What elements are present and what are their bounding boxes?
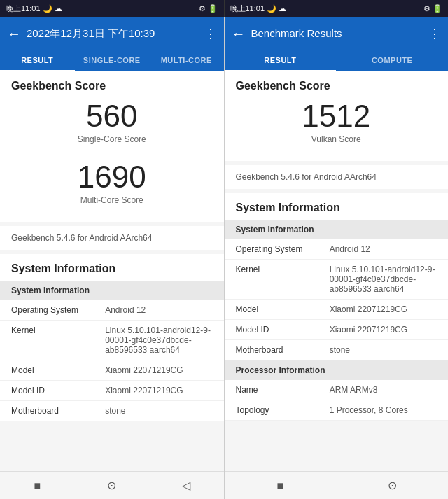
right-model-key: Model (225, 300, 318, 320)
right-nav-circle[interactable]: ⊙ (384, 477, 400, 494)
left-os-key: Operating System (0, 300, 94, 321)
left-model-id-key: Model ID (0, 381, 94, 401)
table-row: Kernel Linux 5.10.101-android12-9-00001-… (0, 321, 224, 360)
right-vulkan-score: 1512 (236, 101, 438, 132)
battery-icon-right: ⚙ 🔋 (424, 4, 442, 13)
right-score-heading: Geekbench Score (236, 80, 438, 92)
right-motherboard-value: stone (318, 340, 448, 360)
left-tab-result[interactable]: RESULT (0, 50, 75, 71)
table-row: Operating System Android 12 (0, 300, 224, 321)
left-info-header-cell: System Information (0, 281, 224, 300)
right-tab-compute[interactable]: COMPUTE (336, 50, 448, 71)
left-motherboard-value: stone (94, 401, 223, 421)
table-row: Model Xiaomi 22071219CG (0, 360, 224, 381)
right-kernel-value: Linux 5.10.101-android12-9-00001-gf4c0e3… (318, 260, 448, 300)
left-info-header-row: System Information (0, 281, 224, 300)
right-topology-key: Topology (225, 400, 318, 421)
right-model-id-value: Xiaomi 22071219CG (318, 320, 448, 340)
left-content: Geekbench Score 560 Single-Core Score 16… (0, 71, 224, 471)
right-sys-info: System Information System Information Op… (225, 193, 449, 421)
right-panel: ← Benchmark Results ⋮ RESULT COMPUTE Gee… (224, 17, 449, 499)
right-cpu-name-value: ARM ARMv8 (318, 380, 448, 400)
right-kernel-key: Kernel (225, 260, 318, 300)
table-row: Model ID Xiaomi 22071219CG (0, 381, 224, 401)
right-os-value: Android 12 (318, 239, 448, 260)
left-back-button[interactable]: ← (7, 26, 21, 42)
status-bar-left: 晚上11:01 🌙 ☁ ⚙ 🔋 (0, 0, 224, 17)
left-kernel-value: Linux 5.10.101-android12-9-00001-gf4c0e3… (94, 321, 223, 360)
right-vulkan-label: Vulkan Score (236, 134, 438, 144)
right-more-button[interactable]: ⋮ (428, 26, 441, 41)
left-multi-core-score: 1690 (11, 162, 213, 192)
sim-icon: ☁ (55, 4, 62, 13)
sim-icon-r: ☁ (279, 4, 286, 13)
left-single-core-label: Single-Core Score (11, 134, 213, 144)
left-geekbench-version: Geekbench 5.4.6 for Android AArch64 (0, 226, 224, 250)
table-row: Topology 1 Processor, 8 Cores (225, 400, 449, 421)
left-info-table: System Information Operating System Andr… (0, 281, 224, 421)
right-vulkan-block: 1512 Vulkan Score (236, 101, 438, 144)
left-nav-bar: ■ ⊙ ◁ (0, 471, 224, 499)
left-tab-multi-core[interactable]: MULTI-CORE (149, 50, 224, 71)
right-info-header-row-1: System Information (225, 220, 449, 239)
right-info-header-cell-2: Processor Information (225, 360, 449, 381)
left-model-key: Model (0, 360, 94, 381)
left-model-id-value: Xiaomi 22071219CG (94, 381, 223, 401)
moon-icon-r: 🌙 (267, 4, 276, 13)
battery-icon-left: ⚙ 🔋 (199, 4, 218, 13)
status-bar-right: 晚上11:01 🌙 ☁ ⚙ 🔋 (224, 0, 449, 17)
right-info-header-row-2: Processor Information (225, 360, 449, 381)
table-row: Motherboard stone (225, 340, 449, 360)
left-score-section: Geekbench Score 560 Single-Core Score 16… (0, 71, 224, 222)
table-row: Name ARM ARMv8 (225, 380, 449, 400)
right-nav-square[interactable]: ■ (272, 477, 288, 494)
left-sys-info: System Information System Information Op… (0, 254, 224, 421)
table-row: Motherboard stone (0, 401, 224, 421)
left-more-button[interactable]: ⋮ (204, 26, 217, 41)
phones-container: ← 2022年12月31日 下午10:39 ⋮ RESULT SINGLE-CO… (0, 17, 448, 499)
right-top-bar: ← Benchmark Results ⋮ (225, 17, 449, 50)
right-geekbench-version: Geekbench 5.4.6 for Android AArch64 (225, 165, 449, 189)
left-sys-info-title: System Information (0, 254, 224, 281)
right-info-table: System Information Operating System Andr… (225, 220, 449, 421)
left-single-core-score: 560 (11, 101, 213, 132)
right-title: Benchmark Results (251, 27, 429, 41)
right-score-section: Geekbench Score 1512 Vulkan Score (225, 71, 449, 161)
right-info-header-cell-1: System Information (225, 220, 449, 239)
right-model-value: Xiaomi 22071219CG (318, 300, 448, 320)
left-multi-core-label: Multi-Core Score (11, 195, 213, 205)
right-cpu-name-key: Name (225, 380, 318, 400)
left-os-value: Android 12 (94, 300, 223, 321)
right-sys-info-title: System Information (225, 193, 449, 220)
time-left: 晚上11:01 (6, 3, 41, 14)
left-score-heading: Geekbench Score (11, 80, 213, 92)
right-tabs: RESULT COMPUTE (225, 50, 449, 71)
left-tab-single-core[interactable]: SINGLE-CORE (75, 50, 150, 71)
left-nav-square[interactable]: ■ (29, 477, 46, 494)
table-row: Model ID Xiaomi 22071219CG (225, 320, 449, 340)
left-top-bar: ← 2022年12月31日 下午10:39 ⋮ (0, 17, 224, 50)
left-panel: ← 2022年12月31日 下午10:39 ⋮ RESULT SINGLE-CO… (0, 17, 224, 499)
left-single-core-block: 560 Single-Core Score (11, 101, 213, 144)
left-motherboard-key: Motherboard (0, 401, 94, 421)
left-nav-circle[interactable]: ⊙ (104, 477, 120, 494)
left-kernel-key: Kernel (0, 321, 94, 360)
right-content: Geekbench Score 1512 Vulkan Score Geekbe… (225, 71, 449, 471)
table-row: Operating System Android 12 (225, 239, 449, 260)
table-row: Kernel Linux 5.10.101-android12-9-00001-… (225, 260, 449, 300)
left-nav-triangle[interactable]: ◁ (178, 477, 195, 494)
right-motherboard-key: Motherboard (225, 340, 318, 360)
left-tabs: RESULT SINGLE-CORE MULTI-CORE (0, 50, 224, 71)
table-row: Model Xiaomi 22071219CG (225, 300, 449, 320)
time-right: 晚上11:01 (230, 3, 265, 14)
left-title: 2022年12月31日 下午10:39 (27, 27, 204, 41)
moon-icon: 🌙 (43, 4, 52, 13)
left-multi-core-block: 1690 Multi-Core Score (11, 162, 213, 205)
left-model-value: Xiaomi 22071219CG (94, 360, 223, 381)
right-back-button[interactable]: ← (232, 26, 246, 42)
right-tab-result[interactable]: RESULT (225, 50, 337, 71)
status-bars: 晚上11:01 🌙 ☁ ⚙ 🔋 晚上11:01 🌙 ☁ ⚙ 🔋 (0, 0, 448, 17)
right-model-id-key: Model ID (225, 320, 318, 340)
right-nav-bar: ■ ⊙ (225, 471, 449, 499)
right-os-key: Operating System (225, 239, 318, 260)
